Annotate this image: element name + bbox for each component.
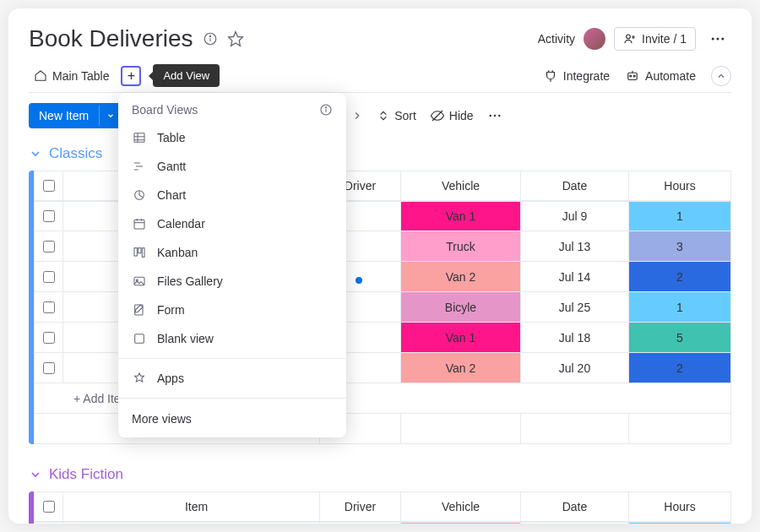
hide-label: Hide (449, 109, 474, 122)
svg-point-12 (633, 75, 635, 77)
row-checkbox[interactable] (35, 292, 63, 322)
activity-link[interactable]: Activity (538, 32, 575, 46)
date-cell[interactable]: Jul 20 (521, 353, 629, 383)
table-row[interactable]: James and the Giant PeachTruckJul 131 (34, 522, 731, 524)
svg-rect-33 (138, 248, 141, 253)
vehicle-cell[interactable]: Bicyle (401, 292, 521, 322)
date-cell[interactable]: Jul 18 (521, 323, 629, 352)
avatar[interactable] (584, 28, 605, 50)
item-cell[interactable]: James and the Giant Peach (63, 523, 320, 524)
svg-point-14 (489, 115, 491, 117)
tabs-left: Main Table + Add View (29, 64, 220, 87)
svg-point-9 (721, 38, 724, 41)
view-label: Blank view (157, 332, 214, 345)
automate-button[interactable]: Automate (625, 68, 696, 84)
hours-cell[interactable]: 1 (629, 202, 730, 231)
board-title[interactable]: Book Deliveries (29, 25, 193, 52)
vehicle-cell[interactable]: Van 1 (401, 202, 521, 231)
view-option-apps[interactable]: Apps (118, 364, 346, 393)
info-icon[interactable] (202, 30, 219, 47)
col-date[interactable]: Date (521, 492, 629, 521)
col-vehicle[interactable]: Vehicle (401, 492, 521, 521)
form-icon (132, 302, 147, 318)
hours-cell[interactable]: 1 (629, 523, 730, 524)
dropdown-separator (118, 398, 346, 399)
vehicle-cell[interactable]: Van 1 (401, 323, 521, 352)
date-cell[interactable]: Jul 14 (521, 262, 629, 291)
row-checkbox[interactable] (35, 262, 63, 291)
hours-cell[interactable]: 2 (629, 262, 730, 291)
header-right: Activity Invite / 1 (538, 25, 731, 52)
svg-rect-34 (142, 248, 144, 258)
svg-point-7 (712, 38, 714, 41)
view-label: Calendar (157, 217, 205, 231)
toolbar-more-button[interactable] (487, 108, 502, 123)
integrate-button[interactable]: Integrate (543, 68, 610, 84)
view-option-files[interactable]: Files Gallery (118, 267, 346, 296)
tab-main-table[interactable]: Main Table (29, 66, 114, 86)
row-checkbox[interactable] (35, 353, 63, 383)
vehicle-cell[interactable]: Truck (401, 231, 521, 261)
hours-cell[interactable]: 1 (629, 292, 730, 322)
hours-cell[interactable]: 2 (629, 353, 730, 383)
select-all-checkbox[interactable] (35, 492, 63, 521)
date-cell[interactable]: Jul 13 (521, 231, 629, 261)
svg-point-15 (493, 115, 495, 117)
more-views-link[interactable]: More views (118, 404, 346, 429)
hide-button[interactable]: Hide (430, 108, 474, 123)
sort-button[interactable]: Sort (377, 109, 416, 122)
row-checkbox[interactable] (35, 523, 63, 524)
col-item[interactable]: Item (63, 492, 320, 521)
svg-marker-3 (228, 32, 242, 46)
new-item-button[interactable]: New Item (29, 103, 122, 128)
automate-label: Automate (645, 69, 696, 83)
row-checkbox[interactable] (35, 202, 63, 231)
row-checkbox[interactable] (35, 323, 63, 352)
svg-point-4 (627, 35, 631, 39)
dropdown-header: Board Views (118, 103, 346, 123)
driver-avatar (359, 299, 362, 316)
add-view-button[interactable]: + (121, 66, 141, 86)
vehicle-cell[interactable]: Van 2 (401, 262, 521, 291)
view-option-form[interactable]: Form (118, 296, 346, 324)
blank-icon (132, 331, 147, 346)
col-hours[interactable]: Hours (629, 492, 730, 521)
date-cell[interactable]: Jul 25 (521, 292, 629, 322)
group-table: Item Driver Vehicle Date Hours James and… (29, 491, 731, 524)
board-header: Book Deliveries Activity Invite / 1 (29, 25, 731, 52)
select-all-checkbox[interactable] (35, 171, 63, 200)
vehicle-cell[interactable]: Van 2 (401, 353, 521, 383)
date-cell[interactable]: Jul 13 (521, 523, 629, 524)
col-vehicle[interactable]: Vehicle (401, 171, 521, 200)
group-kids-fiction: Kids Fiction Item Driver Vehicle Date Ho… (29, 466, 731, 524)
hours-cell[interactable]: 3 (629, 231, 730, 261)
view-option-blank[interactable]: Blank view (118, 324, 346, 353)
view-option-table[interactable]: Table (118, 123, 346, 152)
hours-cell[interactable]: 5 (629, 323, 730, 352)
add-view-tooltip: Add View (153, 64, 220, 87)
vehicle-cell[interactable]: Truck (401, 523, 521, 524)
view-label: Apps (157, 372, 184, 385)
group-title: Classics (49, 145, 102, 162)
view-option-chart[interactable]: Chart (118, 181, 346, 209)
star-icon[interactable] (227, 30, 244, 47)
more-options-button[interactable] (704, 25, 731, 52)
driver-avatar (359, 208, 362, 225)
view-option-kanban[interactable]: Kanban (118, 238, 346, 267)
col-date[interactable]: Date (521, 171, 629, 200)
calendar-icon (132, 216, 147, 231)
date-cell[interactable]: Jul 9 (521, 202, 629, 231)
view-option-calendar[interactable]: Calendar (118, 209, 346, 238)
tabs-right: Integrate Automate (543, 66, 731, 86)
col-hours[interactable]: Hours (629, 171, 730, 200)
collapse-header-button[interactable] (711, 66, 731, 86)
driver-cell[interactable] (320, 523, 401, 524)
invite-button[interactable]: Invite / 1 (614, 27, 696, 51)
view-option-gantt[interactable]: Gantt (118, 152, 346, 181)
row-checkbox[interactable] (35, 231, 63, 261)
files-icon (132, 274, 147, 289)
group-header[interactable]: Kids Fiction (29, 466, 731, 483)
sort-label: Sort (394, 109, 416, 122)
col-driver[interactable]: Driver (320, 492, 401, 521)
info-icon[interactable] (319, 103, 333, 117)
